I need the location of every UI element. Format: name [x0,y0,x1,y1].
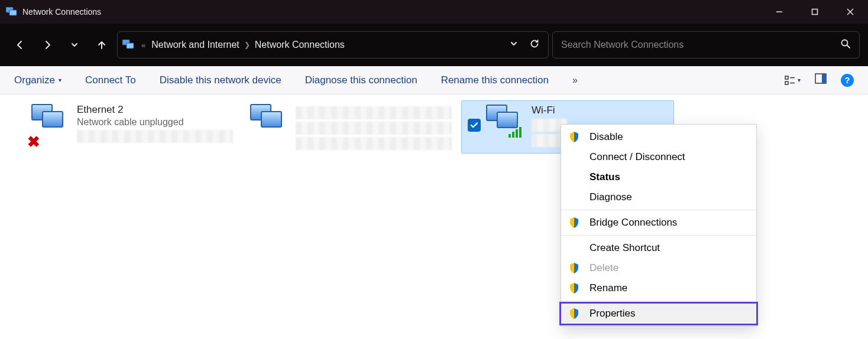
svg-line-9 [847,45,850,48]
adapter-item-ethernet2[interactable]: ✖ Ethernet 2 Network cable unplugged [24,100,237,154]
shield-icon [568,131,580,143]
view-options-button[interactable]: ▾ [785,75,801,86]
address-dropdown-button[interactable] [509,39,519,51]
search-icon[interactable] [840,38,851,51]
shield-icon [568,308,580,320]
diagnose-connection-button[interactable]: Diagnose this connection [305,74,417,86]
maximize-button[interactable] [797,0,833,24]
organize-menu[interactable]: Organize ▾ [14,74,61,86]
menu-separator [561,210,756,210]
up-button[interactable] [90,33,114,57]
recent-locations-button[interactable] [63,33,86,57]
menu-item-connect-disconnect[interactable]: Connect / Disconnect [561,147,756,167]
forward-button[interactable] [35,33,59,57]
menu-item-properties[interactable]: Properties [561,304,756,324]
titlebar: Network Connections [0,0,868,24]
shield-icon [568,282,580,294]
menu-item-diagnose[interactable]: Diagnose [561,187,756,207]
breadcrumb-item[interactable]: Network Connections [255,40,345,50]
context-menu: Disable Connect / Disconnect Status Diag… [561,124,757,327]
search-box[interactable] [552,31,860,58]
adapter-name [296,106,452,119]
network-adapter-icon [482,105,526,142]
menu-separator [561,301,756,301]
menu-item-bridge[interactable]: Bridge Connections [561,213,756,233]
svg-rect-10 [785,76,788,79]
shield-icon [568,217,580,229]
menu-item-create-shortcut[interactable]: Create Shortcut [561,238,756,258]
adapter-device-label [296,137,452,150]
navbar: « Network and Internet ❯ Network Connect… [0,24,868,66]
adapter-status: Network cable unplugged [77,117,233,128]
toolbar-overflow-button[interactable]: » [572,75,579,86]
chevron-down-icon: ▾ [798,77,801,83]
chevron-down-icon: ▾ [59,77,61,83]
minimize-button[interactable] [762,0,797,24]
command-bar: Organize ▾ Connect To Disable this netwo… [0,66,868,94]
breadcrumb: « Network and Internet ❯ Network Connect… [141,40,503,50]
preview-pane-button[interactable] [815,73,827,87]
refresh-button[interactable] [529,38,540,51]
svg-rect-1 [9,10,17,15]
adapter-status [296,122,452,135]
menu-item-delete: Delete [561,258,756,278]
selected-check-icon [468,119,481,132]
address-bar[interactable]: « Network and Internet ❯ Network Connect… [117,31,549,58]
breadcrumb-overflow-icon[interactable]: « [141,41,145,50]
app-icon [6,7,18,17]
adapter-name: Wi-Fi [532,105,670,116]
search-input[interactable] [561,40,840,50]
adapter-item-redacted[interactable] [242,100,455,154]
location-icon [122,40,135,50]
window-title: Network Connections [22,7,101,17]
network-adapter-icon [246,104,290,142]
shield-icon [568,262,580,274]
chevron-right-icon: ❯ [244,41,250,49]
close-button[interactable] [833,0,868,24]
disable-device-button[interactable]: Disable this network device [160,74,281,86]
rename-connection-button[interactable]: Rename this connection [441,74,549,86]
error-icon: ✖ [27,133,40,151]
connect-to-button[interactable]: Connect To [85,74,136,86]
menu-separator [561,235,756,236]
svg-rect-11 [785,82,788,84]
svg-rect-15 [822,74,826,83]
breadcrumb-item[interactable]: Network and Internet [151,40,239,50]
menu-item-status[interactable]: Status [561,167,756,187]
menu-item-disable[interactable]: Disable [561,127,756,147]
adapter-name: Ethernet 2 [77,104,233,116]
menu-item-rename[interactable]: Rename [561,278,756,298]
help-button[interactable]: ? [841,74,854,87]
back-button[interactable] [8,33,32,57]
svg-rect-7 [127,43,134,48]
adapter-device-label [77,130,233,143]
svg-rect-3 [812,9,818,15]
